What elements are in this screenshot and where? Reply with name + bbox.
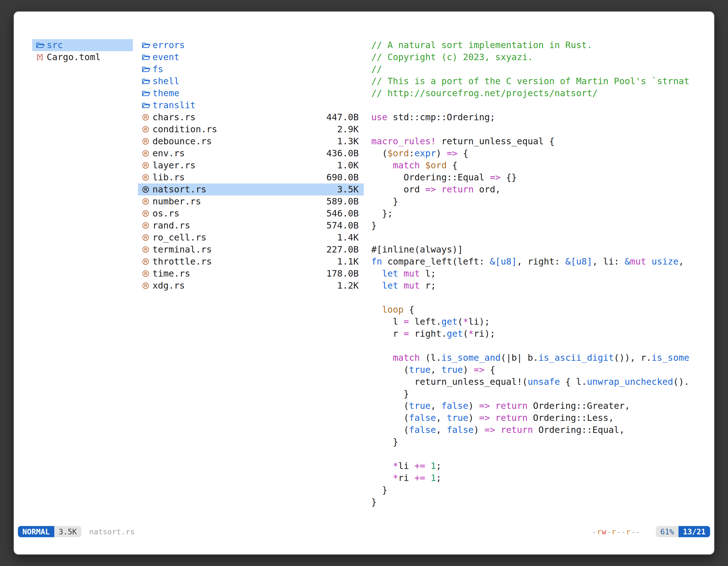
entry-size: 2.9K — [217, 123, 359, 135]
code-line: (true, true) => { — [371, 364, 714, 376]
code-line: // Copyright (c) 2023, sxyazi. — [371, 51, 714, 63]
folder-row-shell[interactable]: shell — [138, 75, 364, 87]
code-line: match $ord { — [371, 159, 714, 172]
rust-file-icon — [142, 125, 151, 134]
code-line: r = right.get(*ri); — [371, 328, 714, 340]
code-line: } — [371, 436, 714, 448]
file-row-rand.rs[interactable]: rand.rs574.0B — [138, 220, 364, 232]
rust-file-icon — [142, 198, 151, 206]
rust-file-icon — [142, 173, 151, 182]
status-filename: natsort.rs — [89, 527, 135, 536]
entry-size: 447.0B — [196, 111, 359, 123]
rust-file-icon — [142, 282, 151, 290]
code-line: let mut l; — [371, 268, 714, 280]
file-row-terminal.rs[interactable]: terminal.rs227.0B — [138, 244, 364, 256]
file-row-Cargo.toml[interactable]: Cargo.toml — [32, 51, 133, 63]
rust-file-icon — [142, 186, 151, 194]
file-row-os.rs[interactable]: os.rs546.0B — [138, 208, 364, 220]
code-line: // This is a port of the C version of Ma… — [371, 75, 714, 87]
file-row-layer.rs[interactable]: layer.rs1.0K — [138, 159, 364, 172]
entry-name: natsort.rs — [152, 184, 206, 196]
file-size-badge: 3.5K — [54, 526, 81, 537]
file-row-chars.rs[interactable]: chars.rs447.0B — [138, 111, 364, 123]
code-line — [371, 292, 714, 304]
file-row-natsort.rs[interactable]: natsort.rs3.5K — [138, 184, 364, 196]
entry-size: 690.0B — [185, 172, 359, 184]
entry-size: 574.0B — [190, 220, 359, 232]
folder-row-fs[interactable]: fs — [138, 63, 364, 75]
file-row-ro_cell.rs[interactable]: ro_cell.rs1.4K — [138, 232, 364, 244]
code-line: loop { — [371, 304, 714, 316]
entry-name: time.rs — [152, 268, 190, 280]
file-row-debounce.rs[interactable]: debounce.rs1.3K — [138, 135, 364, 147]
entry-name: shell — [152, 75, 179, 87]
folder-open-icon — [142, 53, 151, 62]
file-row-throttle.rs[interactable]: throttle.rs1.1K — [138, 256, 364, 268]
code-line: use std::cmp::Ordering; — [371, 111, 714, 123]
code-line: // http://sourcefrog.net/projects/natsor… — [371, 87, 714, 99]
cursor-position-badge: 13/21 — [678, 526, 710, 537]
folder-open-icon — [142, 77, 151, 86]
rust-file-icon — [142, 270, 151, 278]
file-preview-pane[interactable]: // A natural sort implementation in Rust… — [371, 39, 714, 512]
entry-size: 1.1K — [212, 256, 359, 268]
entry-name: xdg.rs — [152, 280, 185, 292]
rust-file-icon — [142, 234, 151, 242]
entry-size: 1.4K — [206, 232, 359, 244]
code-line: ord => return ord, — [371, 184, 714, 196]
entry-name: lib.rs — [152, 172, 185, 184]
rust-file-icon — [142, 161, 151, 170]
entry-size: 436.0B — [185, 147, 359, 159]
rust-file-icon — [142, 113, 151, 122]
entry-name: terminal.rs — [152, 244, 212, 256]
folder-row-translit[interactable]: translit — [138, 99, 364, 111]
entry-name: errors — [152, 39, 185, 51]
status-left: NORMAL3.5K natsort.rs — [18, 526, 135, 537]
entry-name: os.rs — [152, 208, 179, 220]
entry-name: ro_cell.rs — [152, 232, 206, 244]
entry-name: translit — [152, 99, 196, 111]
file-row-lib.rs[interactable]: lib.rs690.0B — [138, 172, 364, 184]
folder-open-icon — [142, 41, 151, 50]
folder-row-errors[interactable]: errors — [138, 39, 364, 51]
entry-name: number.rs — [152, 196, 201, 208]
file-row-env.rs[interactable]: env.rs436.0B — [138, 147, 364, 159]
code-line: #[inline(always)] — [371, 244, 714, 256]
entry-name: condition.rs — [152, 123, 217, 135]
file-row-number.rs[interactable]: number.rs589.0B — [138, 196, 364, 208]
mode-badge: NORMAL — [18, 526, 54, 537]
folder-row-event[interactable]: event — [138, 51, 364, 63]
code-line: Ordering::Equal => {} — [371, 172, 714, 184]
file-row-condition.rs[interactable]: condition.rs2.9K — [138, 123, 364, 135]
code-line: l = left.get(*li); — [371, 316, 714, 328]
entry-name: env.rs — [152, 147, 185, 159]
parent-directory-pane: srcCargo.toml — [32, 39, 133, 63]
folder-row-src[interactable]: src — [32, 39, 133, 51]
code-line: fn compare_left(left: &[u8], right: &[u8… — [371, 256, 714, 268]
folder-open-icon — [36, 41, 46, 50]
code-line: } — [371, 220, 714, 232]
status-bar: NORMAL3.5K natsort.rs -rw-r--r-- 61%13/2… — [14, 526, 714, 537]
file-row-time.rs[interactable]: time.rs178.0B — [138, 268, 364, 280]
code-line: } — [371, 484, 714, 496]
code-line: }; — [371, 208, 714, 220]
entry-name: debounce.rs — [152, 135, 212, 147]
entry-size: 1.3K — [212, 135, 359, 147]
code-line: return_unless_equal!(unsafe { l.unwrap_u… — [371, 376, 714, 388]
entry-size: 1.0K — [196, 159, 359, 172]
entry-size: 546.0B — [179, 208, 359, 220]
entry-name: rand.rs — [152, 220, 190, 232]
folder-open-icon — [142, 65, 151, 74]
code-line: // — [371, 63, 714, 75]
rust-file-icon — [142, 137, 151, 146]
file-row-xdg.rs[interactable]: xdg.rs1.2K — [138, 280, 364, 292]
code-line — [371, 448, 714, 460]
status-right: -rw-r--r-- 61%13/21 — [592, 526, 710, 537]
code-line — [371, 232, 714, 244]
code-line: *li += 1; — [371, 460, 714, 472]
folder-open-icon — [142, 101, 151, 110]
code-line: (true, false) => return Ordering::Greate… — [371, 400, 714, 412]
entry-name: fs — [152, 63, 163, 75]
folder-row-theme[interactable]: theme — [138, 87, 364, 99]
entry-name: layer.rs — [152, 159, 196, 172]
